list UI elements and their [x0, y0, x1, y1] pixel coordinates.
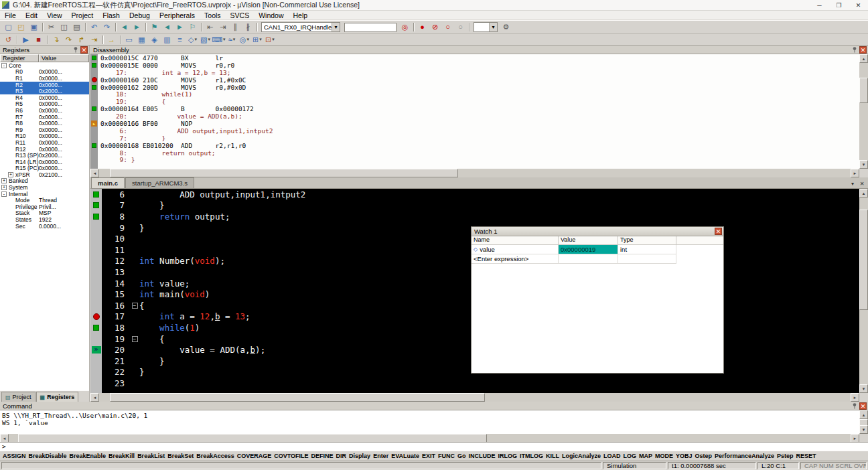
editor-hscrollbar[interactable]: ◄►	[90, 393, 859, 402]
scroll-thumb[interactable]	[859, 210, 868, 310]
current-function-combo[interactable]: CAN1_RX0_IRQHandler▾	[261, 22, 340, 32]
disassembly-gutter[interactable]	[90, 112, 98, 120]
code-text[interactable]: {	[139, 301, 145, 311]
collapse-toggle-icon[interactable]: -	[1, 191, 7, 197]
command-enter[interactable]: Enter	[373, 453, 388, 459]
find-in-files-button[interactable]: ◎	[399, 22, 411, 33]
disassembly-gutter[interactable]	[90, 98, 98, 105]
run-to-cursor-button[interactable]: ⇥	[88, 34, 100, 45]
disassembly-gutter[interactable]	[90, 84, 98, 91]
command-exit[interactable]: EXIT	[422, 453, 435, 459]
watch-column-value[interactable]: Value	[559, 236, 618, 245]
disassembly-vscrollbar[interactable]: ▲▼	[859, 54, 868, 169]
menu-flash[interactable]: Flash	[98, 11, 125, 19]
minimize-button[interactable]: ─	[810, 0, 829, 10]
register-row-mode[interactable]: ModeThread	[0, 197, 89, 204]
scroll-left-button[interactable]: ◄	[90, 169, 99, 177]
serial-window-button[interactable]: ⌨▾	[212, 34, 225, 45]
register-row-r8[interactable]: R80x0000...	[0, 120, 89, 127]
command-breakset[interactable]: BreakSet	[167, 453, 194, 459]
editor-vscrollbar[interactable]: ▲▼	[859, 189, 868, 393]
system-viewer-button[interactable]: ⊞▾	[250, 34, 263, 45]
editor-gutter[interactable]	[90, 289, 102, 300]
editor-gutter[interactable]	[90, 233, 102, 244]
logic-analyzer-button[interactable]: ≈▾	[225, 34, 238, 45]
watch-type-cell[interactable]	[618, 254, 676, 264]
register-row-r7[interactable]: R70x0000...	[0, 114, 89, 121]
command-mode[interactable]: MODE	[655, 453, 673, 459]
panel-tab-registers[interactable]: ▦Registers	[36, 392, 79, 402]
scroll-right-button[interactable]: ►	[851, 393, 859, 402]
fold-toggle-icon[interactable]: −	[132, 336, 138, 342]
comment-selection-button[interactable]: ∥	[229, 22, 242, 33]
menu-peripherals[interactable]: Peripherals	[155, 11, 200, 19]
command-breakenable[interactable]: BreakEnable	[70, 453, 106, 459]
register-row-internal[interactable]: -Internal	[0, 191, 89, 198]
register-row-banked[interactable]: +Banked	[0, 178, 89, 185]
menu-file[interactable]: File	[0, 11, 21, 19]
step-over-button[interactable]: ↷	[62, 34, 75, 45]
command-dir[interactable]: DIR	[336, 453, 347, 459]
code-text[interactable]: int value;	[139, 279, 190, 289]
close-icon[interactable]: ✕	[859, 46, 867, 54]
command-hscrollbar[interactable]: ◄►	[0, 434, 859, 442]
disassembly-gutter[interactable]	[90, 149, 98, 157]
fold-toggle-icon[interactable]: −	[132, 303, 138, 309]
register-row-r6[interactable]: R60x0000...	[0, 107, 89, 114]
menu-tools[interactable]: Tools	[200, 11, 226, 19]
command-itmlog[interactable]: ITMLOG	[520, 453, 543, 459]
disassembly-gutter[interactable]	[90, 69, 98, 76]
scroll-thumb[interactable]	[110, 169, 458, 177]
command-vscrollbar[interactable]: ▲▼	[859, 410, 868, 434]
editor-gutter[interactable]	[90, 356, 102, 367]
search-input[interactable]	[344, 23, 396, 32]
disassembly-gutter[interactable]	[90, 135, 98, 142]
paste-button[interactable]: ▤	[70, 22, 83, 33]
menu-edit[interactable]: Edit	[21, 11, 42, 19]
disassembly-gutter[interactable]	[90, 76, 98, 84]
editor-gutter[interactable]	[90, 256, 102, 267]
editor-gutter[interactable]: »	[90, 344, 102, 356]
copy-button[interactable]: ◫	[58, 22, 70, 33]
close-icon[interactable]: ✕	[80, 46, 88, 54]
editor-gutter[interactable]	[90, 278, 102, 289]
command-prompt[interactable]: >	[0, 442, 868, 451]
dropdown-arrow-icon[interactable]: ▾	[332, 23, 340, 31]
code-text[interactable]: }	[139, 356, 165, 366]
code-text[interactable]: return output;	[139, 212, 230, 222]
disassembly-gutter[interactable]: ▶	[90, 120, 98, 127]
register-row-privilege[interactable]: PrivilegePrivil...	[0, 204, 89, 210]
editor-gutter[interactable]	[90, 244, 102, 256]
disassembly-gutter[interactable]	[90, 54, 98, 62]
disassembly-gutter[interactable]	[90, 62, 98, 69]
register-row-r9[interactable]: R90x0000...	[0, 127, 89, 133]
command-kill[interactable]: KILL	[546, 453, 559, 459]
register-row-r13-sp[interactable]: R13 (SP)0x2000...	[0, 152, 89, 159]
disassembly-gutter[interactable]	[90, 90, 98, 98]
command-map[interactable]: MAP	[639, 453, 652, 459]
menu-window[interactable]: Window	[254, 11, 288, 19]
register-row-r14-lr[interactable]: R14 (LR)0x0000...	[0, 159, 89, 165]
code-text[interactable]: int a = 12,b = 13;	[139, 311, 250, 321]
watch-value-cell[interactable]	[559, 254, 618, 264]
command-yobj[interactable]: YOBJ	[676, 453, 693, 459]
scroll-up-button[interactable]: ▲	[859, 410, 868, 419]
scroll-up-button[interactable]: ▲	[859, 189, 868, 198]
disassembly-gutter[interactable]	[90, 127, 98, 135]
window-layout-combo[interactable]: ▾	[474, 22, 498, 32]
disassembly-window-button[interactable]: ▦	[135, 34, 148, 45]
scroll-left-button[interactable]: ◄	[90, 393, 99, 402]
register-row-r12[interactable]: R120x0000...	[0, 146, 89, 153]
bookmark-clear-all-button[interactable]: ⚐	[186, 22, 199, 33]
register-row-r5[interactable]: R50x0000...	[0, 101, 89, 108]
register-row-xpsr[interactable]: +xPSR0x2100...	[0, 171, 89, 178]
editor-gutter[interactable]	[90, 322, 102, 333]
save-all-button[interactable]: ▣	[27, 22, 40, 33]
indent-increase-button[interactable]: ⇥	[216, 22, 229, 33]
command-reset[interactable]: RESET	[796, 453, 816, 459]
watch-value-cell[interactable]: 0x00000019	[559, 245, 618, 254]
command-func[interactable]: FUNC	[438, 453, 455, 459]
register-row-r0[interactable]: R00x0000...	[0, 69, 89, 76]
register-row-r10[interactable]: R100x0000...	[0, 133, 89, 140]
command-assign[interactable]: ASSIGN	[3, 453, 26, 459]
